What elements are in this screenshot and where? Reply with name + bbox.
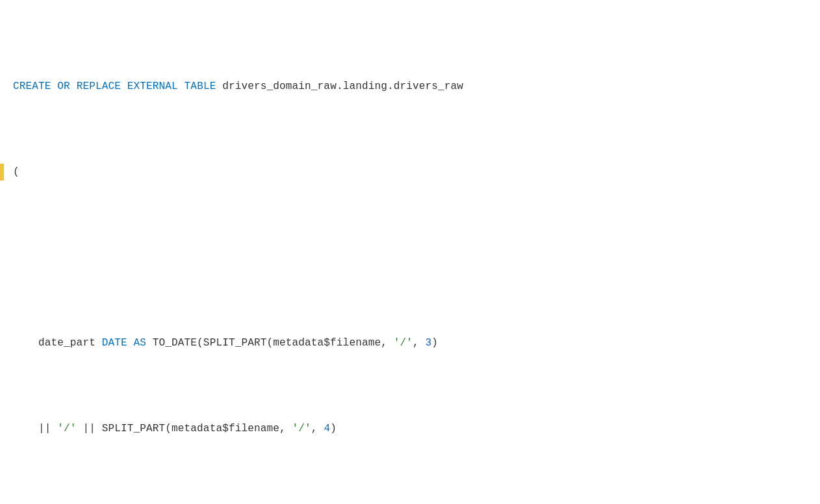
line-marker bbox=[0, 164, 4, 181]
code-line-blank1 bbox=[13, 249, 807, 266]
code-line-2: ( bbox=[13, 164, 807, 181]
code-content: CREATE OR REPLACE EXTERNAL TABLE drivers… bbox=[0, 6, 820, 504]
keyword-date: DATE bbox=[102, 334, 127, 351]
keyword-as-1: AS bbox=[133, 334, 146, 351]
code-line-3: date_part DATE AS TO_DATE(SPLIT_PART(met… bbox=[13, 334, 807, 351]
code-editor: CREATE OR REPLACE EXTERNAL TABLE drivers… bbox=[0, 0, 820, 504]
keyword-external: EXTERNAL bbox=[127, 78, 178, 95]
keyword-or: OR bbox=[57, 78, 70, 95]
keyword-create: CREATE bbox=[13, 78, 51, 95]
code-line-1: CREATE OR REPLACE EXTERNAL TABLE drivers… bbox=[13, 78, 807, 95]
keyword-replace: REPLACE bbox=[77, 78, 121, 95]
keyword-table: TABLE bbox=[185, 78, 216, 95]
code-line-4: || '/' || SPLIT_PART(metadata$filename, … bbox=[13, 420, 807, 437]
